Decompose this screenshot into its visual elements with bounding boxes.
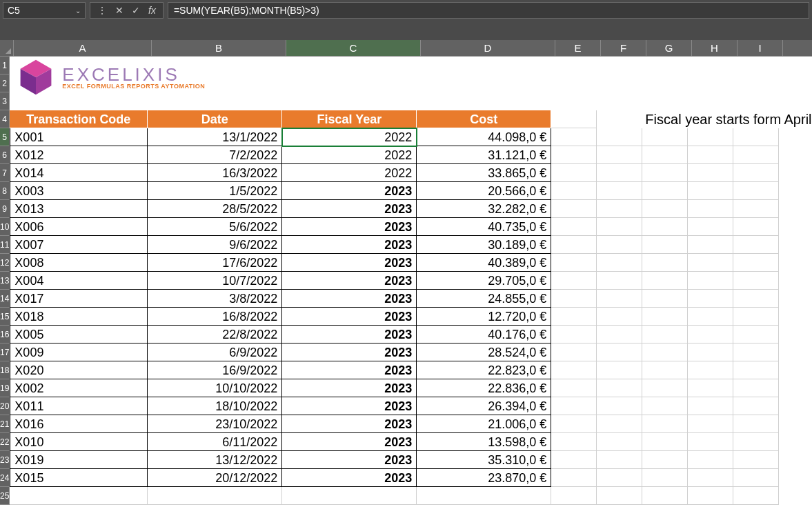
cell-code-13[interactable]: X004 (10, 272, 148, 290)
cell-date-13[interactable]: 10/7/2022 (148, 272, 282, 290)
cell-I1[interactable] (733, 57, 779, 74)
cell-I24[interactable] (733, 469, 779, 487)
cell-cost-6[interactable]: 31.121,0 € (417, 146, 551, 164)
cell-H17[interactable] (688, 343, 733, 361)
cell-F7[interactable] (597, 164, 642, 182)
cell-F6[interactable] (597, 146, 642, 164)
cell-cost-11[interactable]: 30.189,0 € (417, 236, 551, 254)
cell-fiscalyear-8[interactable]: 2023 (282, 182, 417, 200)
cell-F5[interactable] (597, 128, 642, 146)
row-header-25[interactable]: 25 (0, 487, 10, 505)
row-header-18[interactable]: 18 (0, 361, 10, 379)
row-header-14[interactable]: 14 (0, 290, 10, 308)
col-header-A[interactable]: A (14, 40, 152, 56)
cell-I18[interactable] (733, 361, 779, 379)
cell-H12[interactable] (688, 254, 733, 272)
cell-E9[interactable] (551, 200, 597, 218)
cell-G11[interactable] (642, 236, 688, 254)
enter-icon[interactable]: ✓ (129, 5, 143, 16)
cell-H16[interactable] (688, 326, 733, 343)
row-header-21[interactable]: 21 (0, 415, 10, 433)
cell-fiscalyear-21[interactable]: 2023 (282, 415, 417, 433)
cell-E3[interactable] (551, 92, 597, 110)
cell-fiscalyear-11[interactable]: 2023 (282, 236, 417, 254)
cell-E11[interactable] (551, 236, 597, 254)
cell-E24[interactable] (551, 469, 597, 487)
cell-F9[interactable] (597, 200, 642, 218)
cell-I5[interactable] (733, 128, 779, 146)
cell-fiscalyear-9[interactable]: 2023 (282, 200, 417, 218)
cell-H14[interactable] (688, 290, 733, 308)
cell-G3[interactable] (642, 92, 688, 110)
cell-D25[interactable] (417, 487, 551, 505)
row-header-20[interactable]: 20 (0, 397, 10, 415)
cell-F16[interactable] (597, 326, 642, 343)
dots-icon[interactable]: ⋮ (95, 5, 110, 16)
cell-fiscalyear-5[interactable]: 2022 (282, 128, 417, 146)
cell-F20[interactable] (597, 397, 642, 415)
cell-cost-10[interactable]: 40.735,0 € (417, 218, 551, 236)
cell-fiscalyear-14[interactable]: 2023 (282, 290, 417, 308)
cell-date-22[interactable]: 6/11/2022 (148, 433, 282, 451)
cell-date-8[interactable]: 1/5/2022 (148, 182, 282, 200)
cell-I10[interactable] (733, 218, 779, 236)
cell-H22[interactable] (688, 433, 733, 451)
cell-code-8[interactable]: X003 (10, 182, 148, 200)
col-header-I[interactable]: I (737, 40, 783, 56)
cell-date-11[interactable]: 9/6/2022 (148, 236, 282, 254)
cell-fiscalyear-24[interactable]: 2023 (282, 469, 417, 487)
cell-cost-15[interactable]: 12.720,0 € (417, 308, 551, 326)
cell-F8[interactable] (597, 182, 642, 200)
cell-G12[interactable] (642, 254, 688, 272)
cell-I13[interactable] (733, 272, 779, 290)
cell-fiscalyear-23[interactable]: 2023 (282, 451, 417, 469)
cell-B25[interactable] (148, 487, 282, 505)
cell-H9[interactable] (688, 200, 733, 218)
cell-H20[interactable] (688, 397, 733, 415)
cell-I12[interactable] (733, 254, 779, 272)
col-header-H[interactable]: H (692, 40, 737, 56)
cancel-icon[interactable]: ✕ (112, 5, 126, 16)
cell-code-24[interactable]: X015 (10, 469, 148, 487)
cell-code-20[interactable]: X011 (10, 397, 148, 415)
row-header-2[interactable]: 2 (0, 74, 10, 92)
cell-I3[interactable] (733, 92, 779, 110)
cell-fiscalyear-12[interactable]: 2023 (282, 254, 417, 272)
row-header-15[interactable]: 15 (0, 308, 10, 326)
cell-E12[interactable] (551, 254, 597, 272)
cell-G23[interactable] (642, 451, 688, 469)
cell-F21[interactable] (597, 415, 642, 433)
cell-F10[interactable] (597, 218, 642, 236)
cell-cost-21[interactable]: 21.006,0 € (417, 415, 551, 433)
cell-G15[interactable] (642, 308, 688, 326)
cell-H11[interactable] (688, 236, 733, 254)
cell-code-22[interactable]: X010 (10, 433, 148, 451)
cell-date-20[interactable]: 18/10/2022 (148, 397, 282, 415)
cell-F2[interactable] (597, 74, 642, 92)
cell-code-7[interactable]: X014 (10, 164, 148, 182)
cell-G20[interactable] (642, 397, 688, 415)
cell-I14[interactable] (733, 290, 779, 308)
cell-I20[interactable] (733, 397, 779, 415)
cell-H6[interactable] (688, 146, 733, 164)
row-header-4[interactable]: 4 (0, 110, 10, 128)
cell-code-5[interactable]: X001 (10, 128, 148, 146)
cell-D3[interactable] (417, 92, 551, 110)
cell-E2[interactable] (551, 74, 597, 92)
cell-F11[interactable] (597, 236, 642, 254)
cell-date-7[interactable]: 16/3/2022 (148, 164, 282, 182)
row-header-24[interactable]: 24 (0, 469, 10, 487)
cell-date-15[interactable]: 16/8/2022 (148, 308, 282, 326)
cell-fiscalyear-22[interactable]: 2023 (282, 433, 417, 451)
col-header-E[interactable]: E (555, 40, 601, 56)
col-header-B[interactable]: B (152, 40, 286, 56)
cell-H10[interactable] (688, 218, 733, 236)
cell-I23[interactable] (733, 451, 779, 469)
cell-G18[interactable] (642, 361, 688, 379)
cell-G5[interactable] (642, 128, 688, 146)
cell-cost-22[interactable]: 13.598,0 € (417, 433, 551, 451)
cell-cost-23[interactable]: 35.310,0 € (417, 451, 551, 469)
cell-code-23[interactable]: X019 (10, 451, 148, 469)
cell-fiscalyear-7[interactable]: 2022 (282, 164, 417, 182)
col-header-F[interactable]: F (601, 40, 646, 56)
